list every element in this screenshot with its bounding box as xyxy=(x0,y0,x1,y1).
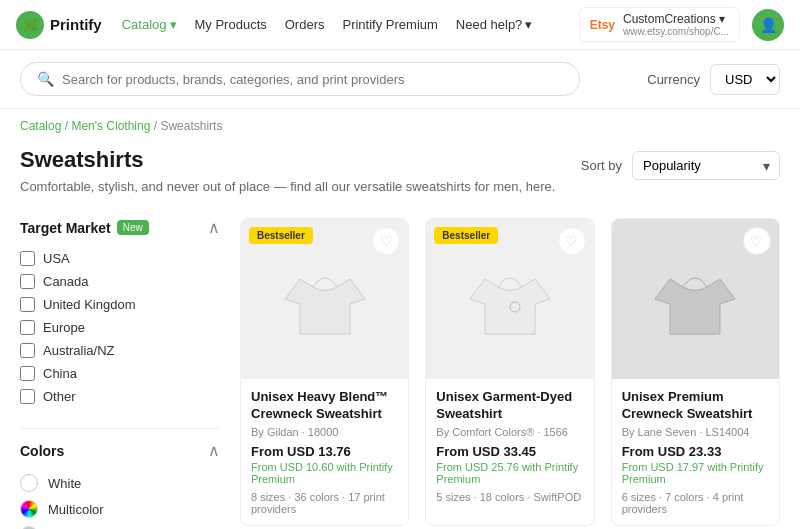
checkbox-usa[interactable] xyxy=(20,251,35,266)
label-uk: United Kingdom xyxy=(43,297,136,312)
etsy-store-badge[interactable]: Etsy CustomCreations ▾ www.etsy.com/shop… xyxy=(579,7,740,42)
product-image-3: ♡ xyxy=(612,219,779,379)
search-box[interactable]: 🔍 xyxy=(20,62,580,96)
target-market-toggle-icon: ∧ xyxy=(208,218,220,237)
nav-my-products[interactable]: My Products xyxy=(195,17,267,32)
product-info-3: Unisex Premium Crewneck Sweatshirt By La… xyxy=(612,379,779,525)
favorite-button-1[interactable]: ♡ xyxy=(372,227,400,255)
logo-icon: 🌿 xyxy=(16,11,44,39)
checkbox-australia[interactable] xyxy=(20,343,35,358)
checkbox-other[interactable] xyxy=(20,389,35,404)
favorite-button-3[interactable]: ♡ xyxy=(743,227,771,255)
store-url: www.etsy.com/shop/C... xyxy=(623,26,729,37)
label-other: Other xyxy=(43,389,76,404)
search-bar-container: 🔍 Currency USD EUR GBP xyxy=(0,50,800,109)
breadcrumb-mens-clothing[interactable]: Men's Clothing xyxy=(71,119,150,133)
target-market-badge: New xyxy=(117,220,149,235)
avatar[interactable]: 👤 xyxy=(752,9,784,41)
color-white[interactable]: White xyxy=(20,470,220,496)
colors-title: Colors xyxy=(20,443,64,459)
nav-catalog[interactable]: Catalog ▾ xyxy=(122,17,177,32)
product-name-1: Unisex Heavy Blend™ Crewneck Sweatshirt xyxy=(251,389,398,423)
page-description: Comfortable, stylish, and never out of p… xyxy=(20,179,555,194)
product-card-3[interactable]: ♡ Unisex Premium Crewneck Sweatshirt By … xyxy=(611,218,780,526)
label-usa: USA xyxy=(43,251,70,266)
target-market-title: Target Market xyxy=(20,220,111,236)
sweatshirt-icon-3 xyxy=(645,249,745,349)
color-light-grey[interactable]: Light grey xyxy=(20,522,220,529)
target-market-filter: Target Market New ∧ USA Canada United Ki… xyxy=(20,218,220,408)
products-grid: Bestseller ♡ Unisex Heavy Blend™ Crewnec… xyxy=(240,218,780,529)
label-europe: Europe xyxy=(43,320,85,335)
search-input[interactable] xyxy=(62,72,563,87)
filter-canada[interactable]: Canada xyxy=(20,270,220,293)
sidebar: Target Market New ∧ USA Canada United Ki… xyxy=(20,218,220,529)
checkbox-china[interactable] xyxy=(20,366,35,381)
product-card-1[interactable]: Bestseller ♡ Unisex Heavy Blend™ Crewnec… xyxy=(240,218,409,526)
target-market-header[interactable]: Target Market New ∧ xyxy=(20,218,220,237)
divider-1 xyxy=(20,428,220,429)
nav-premium[interactable]: Printify Premium xyxy=(342,17,437,32)
product-price-3: From USD 23.33 xyxy=(622,444,769,459)
product-card-2[interactable]: Bestseller ♡ Unisex Garment-Dyed Sweatsh… xyxy=(425,218,594,526)
label-white: White xyxy=(48,476,81,491)
product-info-2: Unisex Garment-Dyed Sweatshirt By Comfor… xyxy=(426,379,593,513)
filter-usa[interactable]: USA xyxy=(20,247,220,270)
nav-orders[interactable]: Orders xyxy=(285,17,325,32)
product-image-1: Bestseller ♡ xyxy=(241,219,408,379)
filter-europe[interactable]: Europe xyxy=(20,316,220,339)
filter-uk[interactable]: United Kingdom xyxy=(20,293,220,316)
product-price-1: From USD 13.76 xyxy=(251,444,398,459)
swatch-multicolor xyxy=(20,500,38,518)
product-image-2: Bestseller ♡ xyxy=(426,219,593,379)
page-header: Sweatshirts Comfortable, stylish, and ne… xyxy=(0,143,800,202)
product-brand-1: By Gildan · 18000 xyxy=(251,426,398,438)
checkbox-europe[interactable] xyxy=(20,320,35,335)
bestseller-badge-2: Bestseller xyxy=(434,227,498,244)
nav-help[interactable]: Need help? ▾ xyxy=(456,17,533,32)
product-brand-2: By Comfort Colors® · 1566 xyxy=(436,426,583,438)
swatch-white xyxy=(20,474,38,492)
label-china: China xyxy=(43,366,77,381)
logo-text: Printify xyxy=(50,16,102,33)
sort-select[interactable]: Popularity Price: Low to High Price: Hig… xyxy=(632,151,780,180)
product-brand-3: By Lane Seven · LS14004 xyxy=(622,426,769,438)
product-price-premium-3: From USD 17.97 with Printify Premium xyxy=(622,461,769,485)
nav-right: Etsy CustomCreations ▾ www.etsy.com/shop… xyxy=(579,7,784,42)
store-name: CustomCreations ▾ xyxy=(623,12,729,26)
logo[interactable]: 🌿 Printify xyxy=(16,11,102,39)
colors-header[interactable]: Colors ∧ xyxy=(20,441,220,460)
product-name-2: Unisex Garment-Dyed Sweatshirt xyxy=(436,389,583,423)
currency-select[interactable]: USD EUR GBP xyxy=(710,64,780,95)
product-name-3: Unisex Premium Crewneck Sweatshirt xyxy=(622,389,769,423)
search-icon: 🔍 xyxy=(37,71,54,87)
breadcrumb: Catalog / Men's Clothing / Sweatshirts xyxy=(0,109,800,143)
filter-other[interactable]: Other xyxy=(20,385,220,408)
breadcrumb-sweatshirts: Sweatshirts xyxy=(160,119,222,133)
color-multicolor[interactable]: Multicolor xyxy=(20,496,220,522)
etsy-label: Etsy xyxy=(590,18,615,32)
checkbox-uk[interactable] xyxy=(20,297,35,312)
nav-links: Catalog ▾ My Products Orders Printify Pr… xyxy=(122,17,559,32)
colors-toggle-icon: ∧ xyxy=(208,441,220,460)
main-layout: Target Market New ∧ USA Canada United Ki… xyxy=(0,202,800,529)
label-multicolor: Multicolor xyxy=(48,502,104,517)
colors-filter: Colors ∧ White Multicolor Light grey Gre… xyxy=(20,441,220,529)
product-price-premium-2: From USD 25.76 with Printify Premium xyxy=(436,461,583,485)
target-market-options: USA Canada United Kingdom Europe Austral… xyxy=(20,247,220,408)
filter-china[interactable]: China xyxy=(20,362,220,385)
filter-australia[interactable]: Australia/NZ xyxy=(20,339,220,362)
product-info-1: Unisex Heavy Blend™ Crewneck Sweatshirt … xyxy=(241,379,408,525)
navbar: 🌿 Printify Catalog ▾ My Products Orders … xyxy=(0,0,800,50)
label-australia: Australia/NZ xyxy=(43,343,115,358)
sweatshirt-icon-2 xyxy=(460,249,560,349)
sweatshirt-icon-1 xyxy=(275,249,375,349)
label-canada: Canada xyxy=(43,274,89,289)
product-price-premium-1: From USD 10.60 with Printify Premium xyxy=(251,461,398,485)
breadcrumb-catalog[interactable]: Catalog xyxy=(20,119,61,133)
sort-label: Sort by xyxy=(581,158,622,173)
favorite-button-2[interactable]: ♡ xyxy=(558,227,586,255)
product-meta-2: 5 sizes · 18 colors · SwiftPOD xyxy=(436,491,583,503)
bestseller-badge-1: Bestseller xyxy=(249,227,313,244)
checkbox-canada[interactable] xyxy=(20,274,35,289)
